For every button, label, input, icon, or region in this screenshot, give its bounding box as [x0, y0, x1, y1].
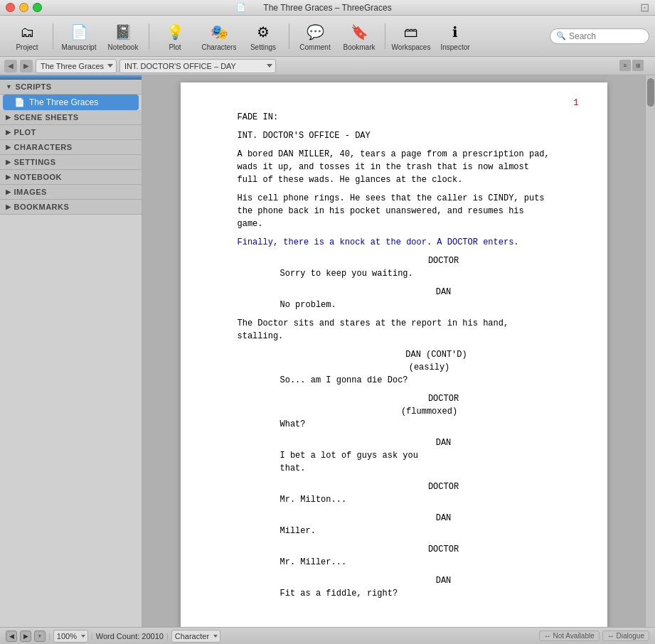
sidebar-section-bookmarks: ▶ BOOKMARKS — [0, 200, 142, 215]
paren-2: (flummoxed) — [294, 405, 565, 418]
scene-select[interactable]: INT. DOCTOR'S OFFICE – DAY — [119, 59, 276, 73]
page-number: 1 — [573, 97, 578, 109]
manuscript-label: Manuscript — [62, 43, 97, 51]
notebook-button[interactable]: 📓 Notebook — [102, 18, 144, 54]
dialogue-4: What? — [280, 418, 522, 431]
sidebar-header-plot[interactable]: ▶ PLOT — [0, 125, 142, 140]
sidebar-header-settings[interactable]: ▶ SETTINGS — [0, 155, 142, 170]
script-page: 1 FADE IN: INT. DOCTOR'S OFFICE - DAY A … — [181, 82, 607, 627]
workspaces-button[interactable]: 🗃 Workspaces — [390, 18, 432, 54]
plot-button[interactable]: 💡 Plot — [154, 18, 196, 54]
grid-view-button[interactable]: ⊞ — [632, 60, 644, 71]
char-name-5: DAN — [323, 436, 565, 449]
statusbar: ◀ ▶ + | 100% | Word Count: 20010 | Chara… — [0, 627, 655, 644]
minimize-button[interactable] — [19, 3, 28, 12]
not-available-status: ↔ Not Available — [539, 630, 600, 641]
images-arrow-icon: ▶ — [6, 188, 11, 195]
action-line-2: His cell phone rings. He sees that the c… — [238, 192, 565, 230]
plot-arrow-icon: ▶ — [6, 129, 11, 136]
main-layout: ▼ SCRIPTS 📄 The Three Graces ▶ SCENE SHE… — [0, 75, 655, 627]
navbar: ◀ ▶ The Three Graces INT. DOCTOR'S OFFIC… — [0, 57, 655, 75]
workspaces-icon: 🗃 — [401, 22, 421, 42]
dialogue-status: ↔ Dialogue — [602, 630, 649, 641]
maximize-button[interactable] — [33, 3, 42, 12]
script-dialogue-2: DAN No problem. — [238, 286, 565, 311]
dialogue-5: I bet a lot of guys ask youthat. — [280, 449, 522, 475]
scroll-nub[interactable] — [647, 78, 654, 107]
dialogue-8: Mr. Miller... — [280, 556, 522, 569]
settings-label: Settings — [250, 43, 276, 51]
sidebar-header-scripts[interactable]: ▼ SCRIPTS — [0, 80, 142, 95]
sidebar-section-characters: ▶ CHARACTERS — [0, 140, 142, 155]
comment-button[interactable]: 💬 Comment — [294, 18, 336, 54]
script-dialogue-5: DAN I bet a lot of guys ask youthat. — [238, 436, 565, 475]
sidebar-item-three-graces[interactable]: 📄 The Three Graces — [3, 95, 139, 110]
bookmark-icon: 🔖 — [349, 22, 369, 42]
script-action-1: A bored DAN MILLER, 40, tears a page fro… — [238, 148, 565, 186]
zoom-select[interactable]: 100% — [53, 630, 88, 643]
resize-icon: ⊡ — [640, 2, 649, 14]
script-scene-1: INT. DOCTOR'S OFFICE - DAY — [238, 129, 565, 142]
script-select[interactable]: The Three Graces — [36, 59, 117, 73]
sidebar-header-scene-sheets[interactable]: ▶ SCENE SHEETS — [0, 110, 142, 125]
script-dialogue-3: DAN (CONT'D) (easily) So... am I gonna d… — [238, 348, 565, 387]
nav-prev-button[interactable]: ◀ — [6, 630, 17, 642]
bookmark-label: Bookmark — [343, 43, 375, 51]
inspector-label: Inspector — [440, 43, 469, 51]
characters-arrow-icon: ▶ — [6, 144, 11, 151]
status-sep-3: | — [166, 632, 169, 640]
titlebar: 📄 The Three Graces – ThreeGraces ⊡ — [0, 0, 655, 16]
toolbar-separator-2 — [149, 23, 149, 49]
toolbar-separator-4 — [385, 23, 385, 49]
script-dialogue-4: DOCTOR (flummoxed) What? — [238, 392, 565, 431]
script-fade-in: FADE IN: — [238, 111, 565, 124]
scene-heading: INT. DOCTOR'S OFFICE - DAY — [238, 129, 565, 142]
characters-label: Characters — [202, 43, 237, 51]
project-label: Project — [16, 43, 38, 51]
sidebar: ▼ SCRIPTS 📄 The Three Graces ▶ SCENE SHE… — [0, 75, 142, 627]
bookmark-button[interactable]: 🔖 Bookmark — [338, 18, 380, 54]
manuscript-icon: 📄 — [69, 22, 89, 42]
char-name-9: DAN — [323, 574, 565, 587]
search-box[interactable]: 🔍 — [550, 28, 649, 44]
sidebar-header-bookmarks[interactable]: ▶ BOOKMARKS — [0, 200, 142, 215]
char-name-8: DOCTOR — [323, 543, 565, 556]
project-button[interactable]: 🗂 Project — [6, 18, 48, 54]
inspector-button[interactable]: ℹ Inspector — [434, 18, 476, 54]
title-icon: 📄 — [236, 3, 246, 12]
script-action-3: Finally, there is a knock at the door. A… — [238, 236, 565, 249]
settings-button[interactable]: ⚙ Settings — [242, 18, 284, 54]
manuscript-button[interactable]: 📄 Manuscript — [58, 18, 100, 54]
close-button[interactable] — [6, 3, 15, 12]
search-input[interactable] — [569, 31, 643, 41]
sidebar-section-scene-sheets: ▶ SCENE SHEETS — [0, 110, 142, 125]
add-button[interactable]: + — [34, 630, 46, 642]
sidebar-header-images[interactable]: ▶ IMAGES — [0, 185, 142, 200]
comment-icon: 💬 — [305, 22, 325, 42]
scrollbar-right[interactable] — [645, 75, 655, 627]
action-line-1: A bored DAN MILLER, 40, tears a page fro… — [238, 148, 565, 186]
word-count-label: Word Count: 20010 — [96, 632, 164, 640]
nav-forward-button[interactable]: ▶ — [20, 60, 33, 73]
dialogue-7: Miller. — [280, 525, 522, 537]
sidebar-header-notebook[interactable]: ▶ NOTEBOOK — [0, 170, 142, 185]
nav-next-button[interactable]: ▶ — [20, 630, 31, 642]
char-name-7: DAN — [323, 512, 565, 525]
list-view-button[interactable]: ≡ — [619, 60, 631, 71]
editor-area[interactable]: 1 FADE IN: INT. DOCTOR'S OFFICE - DAY A … — [142, 75, 645, 627]
sidebar-section-scripts: ▼ SCRIPTS 📄 The Three Graces — [0, 80, 142, 110]
settings-arrow-icon: ▶ — [6, 159, 11, 166]
search-magnifier-icon: 🔍 — [556, 31, 566, 41]
characters-button[interactable]: 🎭 Characters — [198, 18, 240, 54]
window-title: The Three Graces – ThreeGraces — [263, 3, 391, 13]
char-name-4: DOCTOR — [323, 392, 565, 405]
script-dialogue-1: DOCTOR Sorry to keep you waiting. — [238, 254, 565, 280]
dialogue-3: So... am I gonna die Doc? — [280, 374, 522, 387]
notebook-label: Notebook — [108, 43, 139, 51]
nav-back-button[interactable]: ◀ — [4, 60, 17, 73]
toolbar-separator-1 — [53, 23, 53, 49]
characters-icon: 🎭 — [209, 22, 229, 42]
sidebar-section-plot: ▶ PLOT — [0, 125, 142, 140]
sidebar-header-characters[interactable]: ▶ CHARACTERS — [0, 140, 142, 155]
element-select[interactable]: Character — [171, 630, 220, 643]
